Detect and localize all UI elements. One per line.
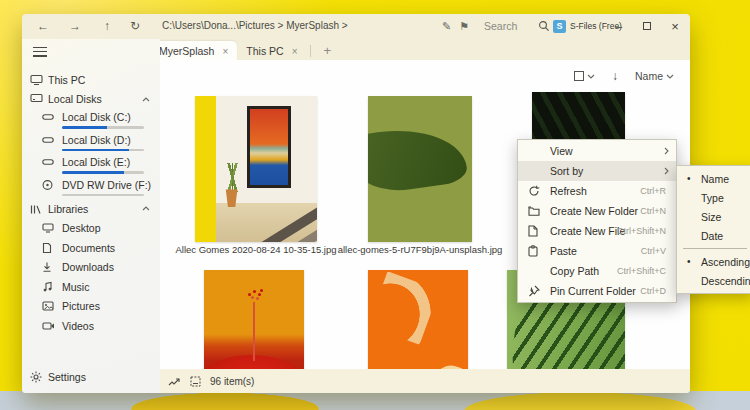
menu-item-create-new-file[interactable]: Create New File Ctrl+Shift+N (518, 221, 676, 241)
thumbnail-orange-flower-photo[interactable] (368, 270, 468, 369)
new-file-icon (528, 225, 538, 237)
submenu-item-name[interactable]: • Name (677, 169, 750, 188)
chevron-up-icon[interactable] (142, 206, 150, 211)
document-icon (42, 242, 52, 253)
thumbnail-green-leaf-photo[interactable] (368, 96, 472, 242)
submenu-item-ascending[interactable]: • Ascending (677, 252, 750, 271)
disc-icon (42, 179, 53, 190)
menu-item-label: Create New Folder (550, 205, 638, 217)
submenu-item-size[interactable]: Size (677, 207, 750, 226)
menu-item-paste[interactable]: Paste Ctrl+V (518, 241, 676, 261)
up-button[interactable]: ↑ (98, 17, 116, 35)
chevron-right-icon (664, 167, 669, 175)
video-icon (42, 321, 55, 330)
sidebar-item-documents[interactable]: Documents (22, 238, 160, 258)
sidebar-item-label: Music (62, 281, 89, 293)
forward-button[interactable]: → (66, 17, 84, 35)
address-bar[interactable]: C:\Users\Dona...\Pictures > MyerSplash > (162, 20, 432, 31)
sidebar-item-label: Videos (62, 320, 94, 332)
sidebar-item-label: Settings (48, 371, 86, 383)
menu-item-create-new-folder[interactable]: Create New Folder Ctrl+N (518, 201, 676, 221)
wallpaper-lemons (0, 391, 750, 410)
sort-direction-button[interactable]: ↓ (612, 69, 618, 83)
refresh-icon (528, 185, 540, 197)
submenu-item-label: Name (701, 173, 729, 185)
sidebar-item-label: Desktop (62, 222, 101, 234)
refresh-icon: ↻ (130, 19, 140, 33)
search-icon[interactable] (538, 20, 550, 32)
drive-label: Local Disk (C:) (62, 111, 131, 123)
selection-count-icon[interactable] (190, 376, 201, 387)
hard-drive-icon (42, 137, 54, 143)
trend-up-icon[interactable] (168, 377, 181, 386)
rename-path-icon[interactable]: ✎ (442, 20, 451, 33)
submenu-item-descending[interactable]: Descending (677, 271, 750, 290)
sidebar-item-desktop[interactable]: Desktop (22, 219, 160, 239)
menu-shortcut: Ctrl+V (641, 246, 666, 256)
sidebar-item-this-pc[interactable]: This PC (22, 70, 160, 90)
app-icon: S (553, 20, 566, 33)
submenu-item-date[interactable]: Date (677, 226, 750, 245)
hamburger-menu-button[interactable] (33, 44, 47, 59)
close-button[interactable]: × (662, 17, 688, 35)
menu-item-label: Sort by (550, 165, 583, 177)
desktop-icon (42, 223, 54, 233)
submenu-item-label: Size (701, 211, 721, 223)
maximize-button[interactable] (634, 17, 660, 35)
drive-usage-bar (62, 126, 144, 129)
refresh-button[interactable]: ↻ (126, 17, 144, 35)
pin-flag-icon[interactable]: ⚑ (459, 20, 469, 33)
context-menu: View Sort by Refresh Ctrl+R Create New F… (517, 139, 677, 303)
sidebar-item-libraries[interactable]: Libraries (22, 199, 160, 219)
sidebar-item-drive-d[interactable]: Local Disk (D:) (22, 132, 160, 155)
chevron-right-icon (664, 147, 669, 155)
submenu-item-type[interactable]: Type (677, 188, 750, 207)
sidebar-item-drive-f[interactable]: DVD RW Drive (F:) (22, 177, 160, 200)
chevron-down-icon (587, 74, 595, 79)
pin-icon (528, 285, 540, 297)
drive-usage-bar (62, 171, 144, 174)
back-button[interactable]: ← (34, 17, 52, 35)
submenu-item-label: Date (701, 230, 723, 242)
thumbnail-hibiscus-photo[interactable] (204, 270, 304, 369)
new-tab-button[interactable]: + (315, 43, 339, 61)
sidebar-item-settings[interactable]: Settings (22, 368, 160, 388)
back-icon: ← (37, 19, 49, 33)
menu-item-sort-by[interactable]: Sort by (518, 161, 676, 181)
menu-item-refresh[interactable]: Refresh Ctrl+R (518, 181, 676, 201)
computer-icon (30, 74, 43, 85)
menu-shortcut: Ctrl+R (640, 186, 666, 196)
tab-close-icon[interactable]: × (222, 46, 228, 57)
sidebar-item-label: Pictures (62, 300, 100, 312)
sidebar-item-music[interactable]: Music (22, 277, 160, 297)
sidebar-item-local-disks[interactable]: Local Disks (22, 90, 160, 110)
tab-myersplash[interactable]: MyerSplash × (150, 41, 237, 61)
sidebar-item-drive-c[interactable]: Local Disk (C:) (22, 109, 160, 132)
selection-mode-button[interactable] (574, 71, 595, 81)
drive-label: Local Disk (E:) (62, 156, 130, 168)
thumbnail-wall-art-photo[interactable] (195, 96, 317, 242)
menu-item-pin-current-folder[interactable]: Pin Current Folder Ctrl+D (518, 281, 676, 301)
sidebar-item-label: Local Disks (48, 93, 102, 105)
sidebar-item-label: Libraries (48, 203, 88, 215)
gear-icon (30, 371, 42, 383)
hard-drive-icon (42, 114, 54, 120)
menu-item-view[interactable]: View (518, 141, 676, 161)
sidebar-item-pictures[interactable]: Pictures (22, 297, 160, 317)
tab-bar: MyerSplash × This PC × + (150, 39, 690, 61)
sidebar-item-label: This PC (48, 74, 85, 86)
sidebar-item-videos[interactable]: Videos (22, 316, 160, 336)
submenu-item-label: Ascending (701, 256, 750, 268)
sort-field-dropdown[interactable]: Name (635, 70, 674, 82)
sidebar-item-downloads[interactable]: Downloads (22, 258, 160, 278)
menu-item-label: Copy Path (550, 265, 599, 277)
menu-item-copy-path[interactable]: Copy Path Ctrl+Shift+C (518, 261, 676, 281)
selected-bullet: • (687, 256, 691, 267)
tab-close-icon[interactable]: × (292, 46, 298, 57)
chevron-up-icon[interactable] (142, 97, 150, 102)
sidebar-item-drive-e[interactable]: Local Disk (E:) (22, 154, 160, 177)
tab-this-pc[interactable]: This PC × (237, 41, 306, 61)
minimize-button[interactable]: – (606, 17, 632, 35)
drive-usage-bar (62, 149, 144, 152)
search-input[interactable]: Search (484, 20, 517, 32)
